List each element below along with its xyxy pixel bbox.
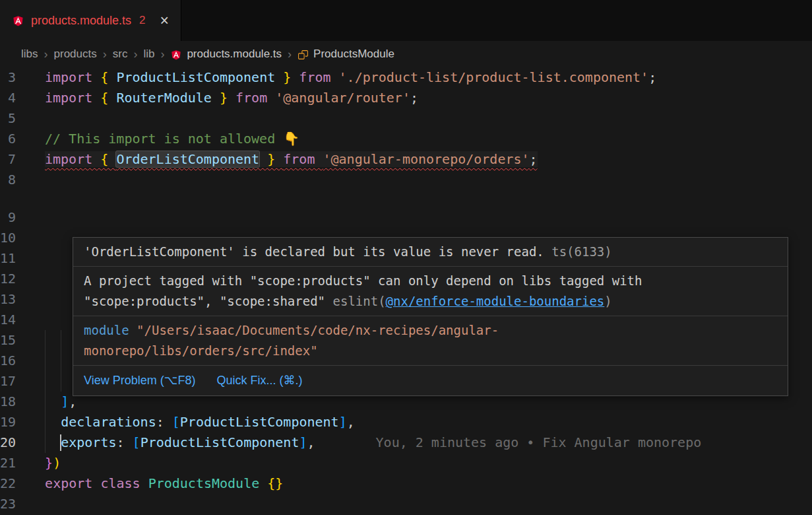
hover-eslint-diagnostic: A project tagged with "scope:products" c…: [73, 267, 788, 316]
code-token: '@angular-monorepo/orders': [323, 151, 529, 167]
code-content-3[interactable]: import { ProductListComponent } from './…: [45, 67, 812, 88]
code-token: './product-list/product-list.component': [339, 69, 649, 85]
hover-occluded-gap: [0, 190, 812, 207]
code-line-5[interactable]: 5: [0, 108, 812, 129]
code-content-9[interactable]: [45, 207, 812, 228]
code-token: ProductListComponent: [141, 434, 299, 450]
line-number-10: 10: [0, 228, 45, 248]
code-content-19[interactable]: declarations: [ProductListComponent],: [45, 412, 812, 432]
code-token: import: [45, 151, 100, 167]
code-token: from: [235, 90, 275, 106]
line-number-12: 12: [0, 269, 45, 289]
tab-title: products.module.ts: [31, 14, 131, 28]
code-token: import: [45, 69, 100, 85]
code-content-5[interactable]: [45, 108, 812, 129]
error-squiggle-range: import { OrderListComponent } from '@ang…: [45, 151, 538, 167]
breadcrumb-separator: ›: [98, 48, 111, 61]
code-token: ,: [307, 434, 315, 450]
code-line-19[interactable]: 19 declarations: [ProductListComponent],: [0, 412, 812, 432]
line-number-20: 20: [0, 432, 45, 453]
code-token: {: [100, 151, 116, 167]
code-line-21[interactable]: 21}): [0, 453, 812, 473]
code-token: ): [53, 455, 61, 471]
code-line-4[interactable]: 4import { RouterModule } from '@angular/…: [0, 88, 812, 108]
breadcrumb-separator: ›: [40, 48, 53, 61]
breadcrumb-item-src[interactable]: src: [111, 48, 129, 61]
diagnostic-hover-popup: 'OrderListComponent' is declared but its…: [73, 237, 788, 396]
quick-fix-action[interactable]: Quick Fix... (⌘.): [216, 370, 302, 391]
tab-problems-badge: 2: [139, 14, 145, 27]
code-token: [45, 434, 61, 450]
code-line-20[interactable]: 20 exports: [ProductListComponent],You, …: [0, 432, 812, 453]
line-number-17: 17: [0, 371, 45, 392]
code-line-7[interactable]: 7import { OrderListComponent } from '@an…: [0, 149, 812, 170]
code-token: ProductListComponent: [180, 414, 339, 430]
class-symbol-icon: [297, 49, 309, 60]
code-line-22[interactable]: 22export class ProductsModule {}: [0, 473, 812, 494]
breadcrumb-item-products-module-ts[interactable]: products.module.ts: [169, 48, 283, 61]
code-content-21[interactable]: }): [45, 453, 812, 473]
git-blame-annotation: You, 2 minutes ago • Fix Angular monorep…: [376, 434, 702, 450]
indent-guide: [61, 351, 61, 371]
line-number-14: 14: [0, 310, 45, 330]
code-token: from: [283, 151, 323, 167]
code-line-23[interactable]: 23: [0, 494, 812, 514]
module-path-line2: monorepo/libs/orders/src/index": [84, 341, 777, 361]
code-content-6[interactable]: // This import is not allowed 👇: [45, 129, 812, 149]
code-token: }: [259, 151, 283, 167]
module-path-line1: module "/Users/isaac/Documents/code/nx-r…: [84, 320, 777, 341]
code-line-3[interactable]: 3import { ProductListComponent } from '.…: [0, 67, 812, 88]
code-content-7[interactable]: import { OrderListComponent } from '@ang…: [45, 149, 812, 170]
breadcrumb-item-productsmodule[interactable]: ProductsModule: [296, 48, 396, 61]
code-token: [45, 414, 61, 430]
tab-close-button[interactable]: ×: [160, 13, 169, 28]
code-token: from: [299, 69, 338, 85]
code-content-20[interactable]: exports: [ProductListComponent],You, 2 m…: [45, 432, 812, 453]
code-token: {}: [267, 475, 283, 491]
code-line-9[interactable]: 9: [0, 207, 812, 228]
hover-module-info: module "/Users/isaac/Documents/code/nx-r…: [73, 316, 788, 366]
tab-products-module-ts[interactable]: products.module.ts 2 ×: [0, 0, 181, 41]
code-content-23[interactable]: [45, 494, 812, 514]
ts-diagnostic-message: 'OrderListComponent' is declared but its…: [84, 244, 544, 259]
line-number-19: 19: [0, 412, 45, 432]
view-problem-action[interactable]: View Problem (⌥F8): [84, 370, 195, 391]
code-token: {: [100, 69, 116, 85]
breadcrumb-label: products.module.ts: [187, 48, 282, 61]
code-token: ]: [339, 414, 347, 430]
line-number-5: 5: [0, 108, 45, 129]
code-token: export: [45, 475, 100, 491]
code-content-8[interactable]: [45, 170, 812, 190]
code-token: ProductListComponent: [116, 69, 275, 85]
code-token: :: [116, 434, 132, 450]
hover-actions-bar: View Problem (⌥F8) Quick Fix... (⌘.): [73, 366, 788, 395]
eslint-source-suffix: ): [604, 294, 611, 308]
line-number-21: 21: [0, 453, 45, 473]
code-token: OrderListComponent: [116, 151, 259, 167]
eslint-rule-link[interactable]: @nx/enforce-module-boundaries: [386, 294, 605, 308]
code-token: '@angular/router': [275, 90, 410, 106]
code-token: }: [45, 455, 53, 471]
line-number-3: 3: [0, 67, 45, 88]
code-token: ProductsModule: [148, 475, 268, 491]
code-content-4[interactable]: import { RouterModule } from '@angular/r…: [45, 88, 812, 108]
code-token: class: [100, 475, 148, 491]
code-line-6[interactable]: 6// This import is not allowed 👇: [0, 129, 812, 149]
line-number-6: 6: [0, 129, 45, 149]
code-content-22[interactable]: export class ProductsModule {}: [45, 473, 812, 494]
text-cursor: [60, 434, 61, 451]
code-token: ;: [530, 151, 538, 167]
line-number-7: 7: [0, 149, 45, 170]
line-number-8: 8: [0, 170, 45, 190]
breadcrumb-item-libs[interactable]: libs: [20, 48, 40, 61]
eslint-message-line2: "scope:products", "scope:shared" eslint(…: [84, 291, 777, 312]
code-token: :: [156, 414, 172, 430]
code-token: }: [275, 69, 299, 85]
breadcrumb-label: lib: [143, 48, 154, 61]
code-line-8[interactable]: 8: [0, 170, 812, 190]
breadcrumb-label: ProductsModule: [313, 48, 394, 61]
code-token: ;: [648, 69, 656, 85]
breadcrumb-item-lib[interactable]: lib: [142, 48, 156, 61]
breadcrumb-item-products[interactable]: products: [53, 48, 98, 61]
line-number-9: 9: [0, 207, 45, 228]
